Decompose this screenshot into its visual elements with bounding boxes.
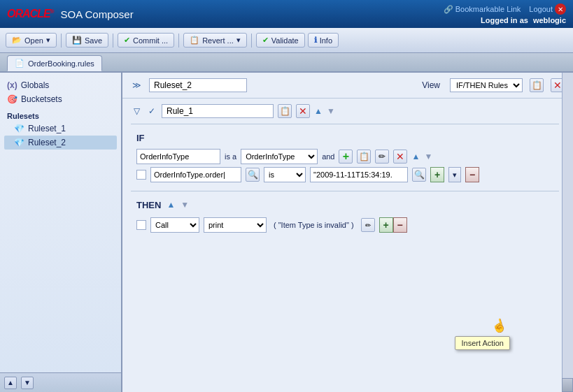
toolbar-separator-4	[251, 34, 252, 48]
left-footer: ▲ ▼	[0, 372, 121, 392]
cond-edit-btn[interactable]: ✏	[375, 150, 389, 164]
action-type-select[interactable]: Call Assert Modify	[150, 217, 199, 233]
then-up-btn[interactable]: ▲	[167, 200, 175, 210]
action-row-1: Call Assert Modify print ( "Item Type is…	[131, 217, 559, 233]
ruleset-name-input[interactable]	[149, 78, 247, 92]
cond-up-btn[interactable]: ▲	[411, 152, 420, 161]
save-icon: 💾	[72, 36, 82, 45]
condition-2-checkbox[interactable]	[136, 170, 146, 180]
link-icon: 🔗	[444, 5, 453, 14]
ruleset2-icon: 💎	[14, 138, 24, 147]
logout-link[interactable]: Logout ✕	[529, 3, 566, 15]
then-section: THEN ▲ ▼ Call Assert Modify print ( "It	[131, 191, 559, 233]
condition-class-select[interactable]: OrderInfoType	[241, 149, 318, 164]
cond-add-btn[interactable]: +	[339, 150, 353, 164]
toolbar-separator-3	[178, 34, 179, 48]
header-right: 🔗 Bookmarkable Link Logout ✕ Logged in a…	[444, 3, 566, 24]
action-checkbox[interactable]	[136, 220, 146, 230]
commit-icon: ✔	[124, 36, 130, 45]
cond-value-search-btn[interactable]: 🔍	[412, 168, 426, 182]
app-header: ORACLE® SOA Composer 🔗 Bookmarkable Link…	[0, 0, 573, 28]
condition-field-input[interactable]	[150, 167, 241, 182]
condition-value-input[interactable]	[310, 167, 408, 182]
tab-bar: 📄 OrderBooking.rules	[0, 53, 573, 73]
rule-expand-btn[interactable]: ✓	[146, 106, 157, 117]
toolbar-separator-2	[113, 34, 113, 48]
header-links: 🔗 Bookmarkable Link Logout ✕	[444, 3, 566, 15]
action-func-select[interactable]: print	[204, 217, 267, 233]
ruleset-copy-btn[interactable]: 📋	[530, 78, 544, 92]
cond-down-btn[interactable]: ▼	[424, 152, 432, 161]
bucketsets-icon: 🎯	[7, 94, 17, 104]
cond-copy-btn[interactable]: 📋	[357, 150, 371, 164]
action-add-remove-group: + −	[379, 217, 407, 233]
validate-icon: ✔	[262, 36, 269, 45]
oracle-logo: ORACLE®	[7, 8, 53, 20]
save-button[interactable]: 💾 Save	[66, 33, 108, 48]
ruleset-collapse-btn[interactable]: ≫	[131, 80, 142, 91]
open-button[interactable]: 📂 Open ▾	[6, 33, 57, 48]
info-button[interactable]: ℹ Info	[308, 33, 339, 48]
condition-row-2: 🔍 is is not 🔍 + ▾ −	[131, 167, 559, 182]
app-title: SOA Composer	[60, 8, 133, 20]
cond-value-edit-btn[interactable]: ▾	[448, 167, 461, 182]
and-label: and	[322, 152, 334, 161]
scroll-thumb[interactable]	[562, 378, 573, 392]
is-a-label: is a	[225, 152, 236, 161]
right-scrollbar[interactable]	[562, 73, 573, 392]
view-select[interactable]: IF/THEN Rules Decision Table	[450, 78, 523, 92]
globals-label: Globals	[21, 80, 50, 90]
app-title-text: SOA Composer	[60, 8, 133, 20]
cond-search-btn[interactable]: 🔍	[246, 168, 260, 182]
globals-item[interactable]: (x) Globals	[4, 78, 117, 92]
action-edit-btn[interactable]: ✏	[361, 218, 375, 232]
validate-button[interactable]: ✔ Validate	[256, 33, 305, 48]
toolbar: 📂 Open ▾ 💾 Save ✔ Commit ... 📋 Revert ..…	[0, 28, 573, 53]
toolbar-separator-1	[61, 34, 62, 48]
ruleset2-item[interactable]: 💎 Ruleset_2	[4, 136, 117, 150]
nav-up-button[interactable]: ▲	[4, 377, 17, 389]
info-icon: ℹ	[314, 36, 317, 45]
right-panel: ≫ View IF/THEN Rules Decision Table 📋 ✕ …	[122, 73, 573, 392]
ruleset-header: ≫ View IF/THEN Rules Decision Table 📋 ✕	[122, 73, 573, 99]
left-content: (x) Globals 🎯 Bucketsets Rulesets 💎 Rule…	[0, 73, 121, 372]
logout-icon: ✕	[555, 3, 566, 15]
logged-in-text: Logged in as weblogic	[481, 16, 566, 24]
nav-down-button[interactable]: ▼	[21, 377, 34, 389]
condition-row-1: is a OrderInfoType and + 📋 ✏ ✕ ▲ ▼	[131, 149, 559, 164]
cond-value-add-btn[interactable]: +	[430, 167, 444, 182]
cond-delete-btn[interactable]: ✕	[393, 150, 407, 164]
bucketsets-item[interactable]: 🎯 Bucketsets	[4, 92, 117, 106]
then-down-btn[interactable]: ▼	[181, 200, 189, 210]
ruleset1-item[interactable]: 💎 Ruleset_1	[4, 122, 117, 136]
cond-value-remove-btn[interactable]: −	[465, 167, 479, 182]
logo-area: ORACLE® SOA Composer	[7, 8, 134, 20]
folder-icon: 📂	[12, 36, 22, 45]
if-title: IF	[131, 129, 559, 146]
open-chevron-icon: ▾	[46, 36, 50, 45]
if-section: IF is a OrderInfoType and + 📋 ✏ ✕ ▲ ▼	[131, 124, 559, 182]
ruleset1-icon: 💎	[14, 124, 24, 133]
rule-name-input[interactable]	[162, 104, 274, 118]
action-add-btn[interactable]: +	[379, 217, 393, 233]
condition-type-input[interactable]	[136, 149, 220, 164]
rule-up-btn[interactable]: ▲	[314, 106, 323, 116]
ruleset2-label: Ruleset_2	[28, 138, 66, 147]
tab-orderbooking[interactable]: 📄 OrderBooking.rules	[7, 55, 102, 71]
bookmarkable-link[interactable]: 🔗 Bookmarkable Link	[444, 5, 521, 14]
bucketsets-label: Bucketsets	[21, 94, 62, 104]
condition-op-select[interactable]: is is not	[264, 167, 306, 182]
revert-icon: 📋	[190, 36, 199, 45]
tab-label: OrderBooking.rules	[28, 59, 94, 68]
rule-header: ▽ ✓ 📋 ✕ ▲ ▼	[131, 104, 559, 118]
rule-delete-btn[interactable]: ✕	[296, 104, 310, 118]
action-value-text: ( "Item Type is invalid" )	[271, 221, 357, 229]
action-remove-btn[interactable]: −	[393, 217, 407, 233]
rule-down-btn[interactable]: ▼	[327, 106, 335, 116]
revert-button[interactable]: 📋 Revert ... ▾	[183, 33, 247, 48]
globals-icon: (x)	[7, 80, 17, 90]
rule-collapse-btn[interactable]: ▽	[131, 106, 142, 117]
rule-edit-btn[interactable]: 📋	[278, 104, 292, 118]
commit-button[interactable]: ✔ Commit ...	[118, 33, 174, 48]
ruleset1-label: Ruleset_1	[28, 124, 66, 133]
